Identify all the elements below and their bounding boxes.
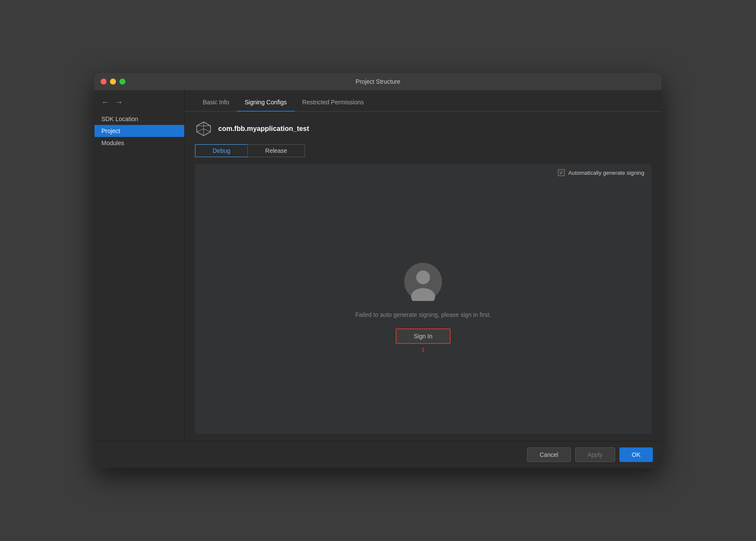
sign-in-content: Failed to auto generate signing, please … bbox=[195, 181, 651, 434]
title-bar: Project Structure bbox=[94, 73, 662, 90]
main-content: ← → SDK Location Project Modules Basic I… bbox=[94, 90, 662, 441]
sign-in-button[interactable]: Sign In bbox=[396, 328, 451, 344]
project-name: com.fbb.myapplication_test bbox=[218, 125, 309, 133]
checkbox-checkmark: ✓ bbox=[559, 170, 563, 176]
sign-in-wrapper: Sign In 1 bbox=[396, 328, 451, 353]
content-area: Basic Info Signing Configs Restricted Pe… bbox=[185, 90, 662, 441]
auto-generate-signing-checkbox-container: ✓ Automatically generate signing bbox=[558, 169, 644, 176]
traffic-lights bbox=[101, 79, 125, 85]
footer: Cancel Apply OK bbox=[94, 441, 662, 468]
tab-basic-info[interactable]: Basic Info bbox=[195, 94, 237, 112]
tab-bar: Basic Info Signing Configs Restricted Pe… bbox=[185, 94, 662, 112]
auto-sign-row: ✓ Automatically generate signing bbox=[195, 164, 651, 181]
sidebar: ← → SDK Location Project Modules bbox=[94, 90, 185, 441]
cube-icon bbox=[195, 120, 212, 137]
user-avatar-icon bbox=[404, 262, 442, 301]
nav-back-button[interactable]: ← bbox=[100, 97, 111, 108]
cancel-button[interactable]: Cancel bbox=[527, 447, 571, 462]
auto-generate-signing-checkbox[interactable]: ✓ bbox=[558, 169, 565, 176]
sign-in-error-message: Failed to auto generate signing, please … bbox=[355, 311, 491, 318]
svg-line-3 bbox=[197, 129, 204, 132]
sidebar-item-modules[interactable]: Modules bbox=[94, 137, 184, 149]
build-tab-release[interactable]: Release bbox=[247, 144, 305, 157]
sidebar-navigation: ← → bbox=[94, 95, 184, 113]
svg-line-4 bbox=[204, 129, 210, 132]
ok-button[interactable]: OK bbox=[619, 447, 653, 462]
signing-area: ✓ Automatically generate signing Failed … bbox=[195, 164, 651, 434]
nav-forward-button[interactable]: → bbox=[113, 97, 125, 108]
minimize-button[interactable] bbox=[110, 79, 116, 85]
auto-generate-signing-label: Automatically generate signing bbox=[568, 170, 644, 176]
tab-restricted-permissions[interactable]: Restricted Permissions bbox=[295, 94, 372, 112]
project-structure-window: Project Structure ← → SDK Location Proje… bbox=[94, 73, 662, 468]
apply-button[interactable]: Apply bbox=[575, 447, 615, 462]
build-tab-debug[interactable]: Debug bbox=[195, 144, 247, 157]
project-header: com.fbb.myapplication_test bbox=[185, 112, 662, 144]
close-button[interactable] bbox=[101, 79, 107, 85]
sidebar-item-sdk-location[interactable]: SDK Location bbox=[94, 113, 184, 125]
build-type-tabs: Debug Release bbox=[185, 144, 662, 164]
tab-signing-configs[interactable]: Signing Configs bbox=[237, 94, 294, 112]
annotation-1: 1 bbox=[421, 346, 424, 353]
svg-point-6 bbox=[416, 270, 430, 284]
sidebar-item-project[interactable]: Project bbox=[94, 125, 184, 137]
maximize-button[interactable] bbox=[119, 79, 125, 85]
window-title: Project Structure bbox=[356, 78, 400, 85]
